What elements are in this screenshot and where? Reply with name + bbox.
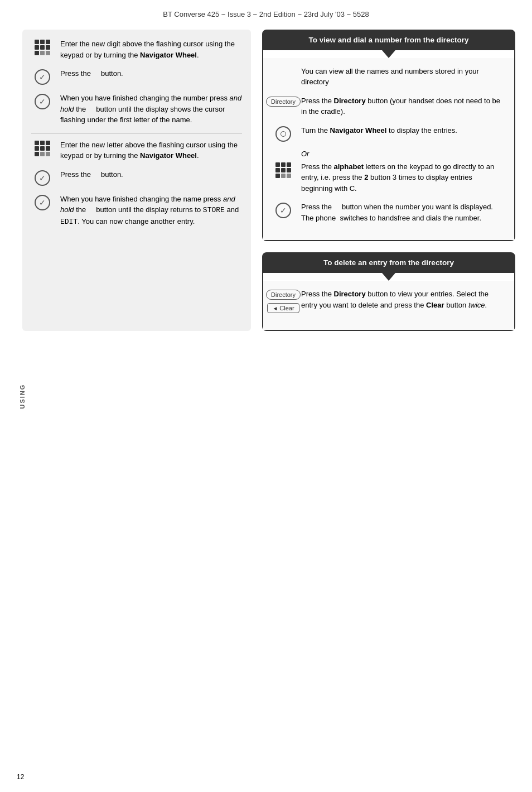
left-row-5-text: Press the button.	[60, 169, 242, 180]
view-row-3-text: Turn the Navigator Wheel to display the …	[301, 125, 505, 136]
check-icon-2: ✓	[31, 93, 54, 109]
delete-row-1: Directory ◄Clear Press the Directory but…	[272, 289, 505, 313]
view-row-2-text: Press the Directory button (your handset…	[301, 95, 505, 117]
left-row-2: ✓ Press the button.	[31, 68, 242, 85]
left-row-1: Enter the new digit above the flashing c…	[31, 39, 242, 60]
delete-row-1-text: Press the Directory button to view your …	[301, 289, 505, 310]
check-icon-4: ✓	[31, 194, 54, 210]
check-icon-1: ✓	[31, 68, 54, 85]
left-row-3-text: When you have finished changing the numb…	[60, 93, 242, 126]
left-row-4-text: Enter the new letter above the flashing …	[60, 140, 242, 161]
directory-button-2: Directory	[266, 290, 301, 300]
left-row-6-text: When you have finished changing the name…	[60, 194, 242, 228]
view-row-6-text: Press the button when the number you wan…	[301, 201, 505, 223]
left-row-6: ✓ When you have finished changing the na…	[31, 194, 242, 228]
view-dial-content: You can view all the names and numbers s…	[263, 58, 514, 241]
left-row-2-text: Press the button.	[60, 68, 242, 79]
keypad-icon-3	[272, 161, 294, 178]
delete-content: Directory ◄Clear Press the Directory but…	[263, 281, 514, 330]
connector-bottom	[263, 273, 514, 281]
delete-section: To delete an entry from the directory Di…	[262, 252, 515, 331]
nav-wheel-icon-1	[272, 125, 294, 142]
connector-top	[263, 50, 514, 58]
header-text: BT Converse 425 ~ Issue 3 ~ 2nd Edition …	[163, 10, 369, 18]
keypad-icon-2	[31, 140, 54, 156]
view-row-3: Turn the Navigator Wheel to display the …	[272, 125, 505, 142]
check-icon-5: ✓	[272, 201, 294, 218]
or-text: Or	[301, 150, 505, 158]
left-row-5: ✓ Press the button.	[31, 169, 242, 186]
left-column: Enter the new digit above the flashing c…	[22, 30, 251, 331]
check-icon-3: ✓	[31, 169, 54, 186]
view-dial-section: To view and dial a number from the direc…	[262, 30, 515, 241]
view-row-2: Directory Press the Directory button (yo…	[272, 95, 505, 117]
main-layout: Enter the new digit above the flashing c…	[0, 24, 532, 348]
page-header: BT Converse 425 ~ Issue 3 ~ 2nd Edition …	[0, 0, 532, 24]
left-row-4: Enter the new letter above the flashing …	[31, 140, 242, 161]
view-row-6: ✓ Press the button when the number you w…	[272, 201, 505, 223]
right-column: To view and dial a number from the direc…	[262, 30, 515, 331]
directory-icon-1: Directory	[272, 95, 294, 107]
view-icon-placeholder	[272, 66, 294, 67]
view-row-1-text: You can view all the names and numbers s…	[301, 66, 505, 88]
view-row-1: You can view all the names and numbers s…	[272, 66, 505, 88]
left-divider	[31, 133, 242, 134]
keypad-icon-1	[31, 39, 54, 55]
left-row-1-text: Enter the new digit above the flashing c…	[60, 39, 242, 60]
left-row-3: ✓ When you have finished changing the nu…	[31, 93, 242, 126]
view-row-5-text: Press the alphabet letters on the keypad…	[301, 161, 505, 194]
clear-button: ◄Clear	[267, 303, 299, 313]
delete-icons: Directory ◄Clear	[272, 289, 294, 313]
page-number: 12	[17, 773, 24, 781]
sidebar-label: USING	[19, 374, 26, 419]
view-dial-header: To view and dial a number from the direc…	[263, 31, 514, 50]
directory-button-1: Directory	[266, 97, 301, 107]
view-row-5: Press the alphabet letters on the keypad…	[272, 161, 505, 194]
delete-header: To delete an entry from the directory	[263, 253, 514, 273]
